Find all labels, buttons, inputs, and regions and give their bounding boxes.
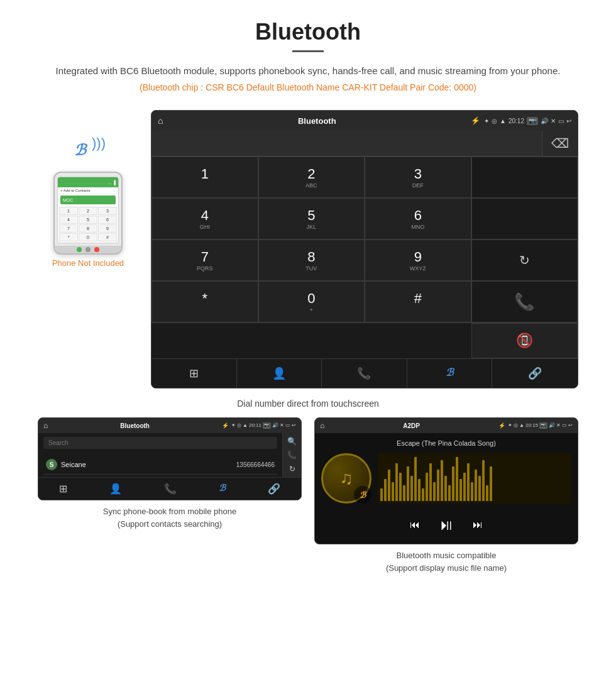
digit-0: 0 [264,290,360,307]
music-song-title: Escape (The Pina Colada Song) [397,439,496,447]
phonebook-search-input[interactable] [48,439,272,446]
sub-3: DEF [370,182,466,189]
pb-grid-btn[interactable]: ⊞ [59,483,67,495]
main-caption: Dial number direct from touchscreen [0,395,616,417]
phonebook-caption-main: Sync phone-book from mobile phone [103,507,236,516]
backspace-cell[interactable]: ⌫ [542,131,578,156]
key-4[interactable]: 4 GHI [151,198,258,239]
digit-5: 5 [264,207,360,224]
key-0[interactable]: 0 + [258,281,365,322]
sub-2: ABC [264,182,360,189]
phone-bottom-bar [55,246,121,253]
phonebook-search-bar[interactable] [43,437,277,449]
sub-0: + [264,307,360,313]
pb-link-btn[interactable]: 🔗 [268,483,280,495]
phonebook-body: S Seicane 13566664466 🔍 📞 ↻ [38,433,301,477]
main-demo-area: ℬ ))) ... ▐ + Add to Contacts MOC 1 2 3 … [0,110,616,388]
play-btn[interactable]: ⏯ [439,516,454,534]
wifi-icon: ▲ [500,118,506,124]
music-note-icon: ♫ [340,468,353,488]
music-caption-sub: (Support display music file name) [386,563,507,573]
key-star[interactable]: * [151,281,258,322]
music-vol-icon: 🔊 [549,422,555,429]
pb-usb-icon: ⚡ [222,422,229,429]
key-8[interactable]: 8 TUV [258,239,365,281]
pb-call-btn[interactable]: 📞 [164,483,177,495]
phone-key-star: * [59,233,78,241]
music-title: A2DP [327,422,496,429]
digit-9: 9 [370,249,466,265]
dial-bluetooth-btn[interactable]: ℬ [407,359,493,388]
key-5[interactable]: 5 JKL [258,198,365,239]
digit-star: * [157,290,253,307]
bluetooth-signal: ℬ ))) [69,135,107,167]
prev-btn[interactable]: ⏮ [410,519,420,531]
digit-1: 1 [157,166,253,182]
key-1[interactable]: 1 [151,157,258,198]
music-home-icon: ⌂ [320,421,324,430]
phonebook-caption-sub: (Support contacts searching) [118,519,222,529]
dial-screen: ⌂ Bluetooth ⚡ ✦ ◎ ▲ 20:12 📷 🔊 ✕ ▭ ↩ ⌫ [151,110,578,388]
pb-rect-icon: ▭ [285,422,290,429]
dial-title: Bluetooth [167,116,467,126]
page-description: Integrated with BC6 Bluetooth module, su… [38,63,578,79]
phone-screen: ... ▐ + Add to Contacts MOC 1 2 3 4 5 6 … [57,177,119,243]
music-caption: Bluetooth music compatible (Support disp… [386,549,507,574]
music-status-bar: ⌂ A2DP ⚡ ✦ ◎ ▲ 20:15 📷 🔊 ✕ ▭ ↩ [315,418,578,433]
sub-8: TUV [264,265,360,272]
dial-contacts-btn[interactable]: 👤 [237,359,322,388]
close-icon: ✕ [551,118,556,124]
phone-red-btn [94,247,99,252]
phone-mockup-container: ℬ ))) ... ▐ + Add to Contacts MOC 1 2 3 … [38,110,138,268]
music-bt-icon: ✦ [508,422,512,429]
digit-6: 6 [370,207,466,224]
pb-cam-icon: 📷 [263,422,271,429]
next-btn[interactable]: ⏭ [473,519,483,531]
key-3[interactable]: 3 DEF [365,157,471,198]
phone-key-0: 0 [79,233,97,241]
pb-x-icon: ✕ [280,422,284,429]
digit-2: 2 [264,166,360,182]
phonebook-list: S Seicane 13566664466 [38,453,282,477]
phone-key-hash: # [98,233,117,241]
key-empty-r2 [471,198,578,239]
pb-person-btn[interactable]: 👤 [109,483,122,495]
music-caption-main: Bluetooth music compatible [397,551,497,560]
music-body: Escape (The Pina Colada Song) ♫ ℬ [315,433,578,544]
equalizer-bg [378,453,571,504]
phonebook-entry[interactable]: S Seicane 13566664466 [43,455,277,475]
pb-bluetooth-btn[interactable]: ℬ [219,483,226,495]
dial-grid-btn[interactable]: ⊞ [151,359,237,388]
phone-header-dots: ... ▐ [107,180,116,185]
phone-key-4: 4 [59,216,78,224]
key-2[interactable]: 2 ABC [258,157,365,198]
dial-phone-btn[interactable]: 📞 [322,359,407,388]
phone-call-number: MOC [63,198,73,202]
key-7[interactable]: 7 PQRS [151,239,258,281]
contact-letter: S [46,459,57,470]
call-btn-green[interactable]: 📞 [471,281,578,322]
pb-side-search-icon: 🔍 [287,437,297,446]
sub-7: PQRS [157,265,253,272]
key-6[interactable]: 6 MNO [365,198,471,239]
key-hash[interactable]: # [365,281,471,322]
key-empty-r1 [471,157,578,198]
dial-link-btn[interactable]: 🔗 [492,359,578,388]
bluetooth-icon: ℬ [74,141,86,159]
contact-number: 13566664466 [236,461,275,468]
phone-keypad: 1 2 3 4 5 6 7 8 9 * 0 # [58,206,118,243]
music-album-area: ♫ ℬ [321,453,571,504]
pb-bt-icon: ✦ [231,422,236,429]
pb-wifi-icon: ▲ [243,422,248,429]
title-divider [292,50,324,52]
phone-key-8: 8 [79,224,97,233]
end-call-btn[interactable]: 📵 [471,323,578,358]
dial-home-icon: ⌂ [158,116,163,126]
sub-6: MNO [370,224,466,230]
signal-arcs-icon: ))) [92,136,106,150]
key-reload-cell[interactable]: ↻ [471,239,578,281]
pb-side-reload-icon: ↻ [289,465,295,473]
digit-7: 7 [157,249,253,265]
key-9[interactable]: 9 WXYZ [365,239,471,281]
dial-bottom-bar: ⊞ 👤 📞 ℬ 🔗 [151,358,578,388]
